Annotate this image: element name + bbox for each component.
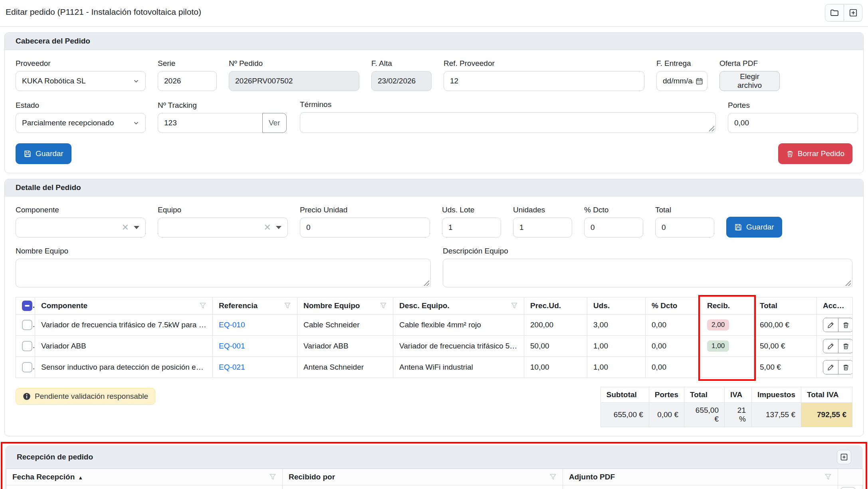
row-checkbox[interactable]: [22, 341, 32, 351]
col-fecha-recepcion[interactable]: Fecha Recepción: [12, 473, 75, 481]
filter-icon[interactable]: [199, 302, 206, 309]
portes-label: Portes: [728, 101, 858, 110]
tracking-input[interactable]: [158, 113, 262, 133]
chevron-down-icon: [133, 78, 139, 84]
terminos-textarea[interactable]: [300, 112, 716, 133]
recepcion-table: Fecha Recepción▲ Recibido por Adjunto PD…: [6, 469, 863, 489]
descripcion-equipo-textarea[interactable]: [443, 259, 852, 287]
ver-tracking-button[interactable]: Ver: [262, 113, 287, 133]
delete-row-button[interactable]: [838, 339, 853, 353]
referencia-link[interactable]: EQ-010: [219, 321, 245, 329]
delete-row-button[interactable]: [838, 360, 853, 374]
unidades-label: Unidades: [513, 205, 572, 215]
portes-header: Portes: [649, 387, 684, 403]
portes-input[interactable]: [728, 113, 858, 133]
annotation-box-recepcion: Recepción de pedido Fecha Recepción▲: [1, 442, 867, 489]
edit-row-button[interactable]: [823, 360, 838, 374]
total-value: 655,00 €: [684, 403, 724, 427]
filter-icon[interactable]: [511, 302, 518, 309]
total-header: Total: [684, 387, 724, 403]
equipo-label: Equipo: [158, 205, 288, 215]
recepcion-title: Recepción de pedido: [17, 453, 93, 461]
delete-row-button[interactable]: [838, 318, 853, 332]
items-table-wrap: Componente Referencia Nombre Equipo Desc…: [16, 297, 852, 378]
recepcion-header: Recepción de pedido: [6, 446, 862, 469]
trash-icon: [786, 150, 794, 158]
folder-icon: [830, 8, 839, 17]
unidades-input[interactable]: [513, 218, 572, 238]
equipo-combo[interactable]: ✕: [158, 218, 288, 238]
oferta-label: Oferta PDF: [719, 59, 780, 68]
uds-lote-input[interactable]: [442, 218, 501, 238]
subtotal-header: Subtotal: [600, 387, 649, 403]
estado-select[interactable]: Parcialmente recepcionado: [16, 113, 146, 133]
guardar-linea-button[interactable]: Guardar: [726, 217, 782, 238]
serie-label: Serie: [158, 59, 217, 68]
open-window-button[interactable]: [825, 4, 844, 21]
pencil-icon: [827, 322, 834, 329]
items-table: Componente Referencia Nombre Equipo Desc…: [16, 297, 853, 378]
col-total: Total: [754, 297, 817, 315]
fecha-entrega-input[interactable]: dd/mm/aaaa: [656, 71, 707, 91]
cabecera-title: Cabecera del Pedido: [16, 37, 90, 46]
elegir-archivo-button[interactable]: Elegir archivo: [719, 71, 780, 91]
clear-icon[interactable]: ✕: [122, 222, 129, 233]
subtotal-value: 655,00 €: [600, 403, 649, 427]
page-title: Editar pedido (P1121 - Instalación fotov…: [6, 4, 201, 17]
componente-combo[interactable]: ✕: [16, 218, 146, 238]
filter-icon[interactable]: [824, 473, 832, 481]
row-actions: [823, 360, 853, 374]
table-row: Variador de frecuencia trifásico de 7.5k…: [16, 315, 853, 336]
col-adjunto-pdf[interactable]: Adjunto PDF: [569, 473, 615, 481]
filter-icon[interactable]: [549, 473, 557, 481]
table-row: Variador ABB EQ-001 Variador ABB Variado…: [16, 336, 853, 357]
componente-label: Componente: [16, 205, 146, 215]
edit-recepcion-button[interactable]: [840, 487, 856, 489]
proveedor-select[interactable]: KUKA Robótica SL: [16, 71, 146, 91]
select-all-checkbox[interactable]: [22, 301, 32, 311]
totaliva-value: 792,55 €: [801, 403, 852, 427]
dcto-label: % Dcto: [584, 205, 643, 215]
borrar-pedido-button[interactable]: Borrar Pedido: [778, 143, 852, 164]
impuestos-header: Impuestos: [751, 387, 801, 403]
precio-unidad-label: Precio Unidad: [300, 205, 430, 215]
serie-input[interactable]: [158, 71, 217, 91]
calendar-icon[interactable]: [696, 77, 703, 85]
total-linea-input[interactable]: [655, 218, 714, 238]
guardar-pedido-button[interactable]: Guardar: [16, 143, 71, 164]
totals-table: Subtotal Portes Total IVA Impuestos Tota…: [600, 387, 852, 427]
row-actions: [823, 318, 853, 332]
filter-icon[interactable]: [269, 473, 276, 481]
dcto-input[interactable]: [584, 218, 643, 238]
estado-label: Estado: [16, 101, 146, 110]
ref-proveedor-input[interactable]: [444, 71, 644, 91]
portes-value: 0,00 €: [649, 403, 684, 427]
clear-icon[interactable]: ✕: [264, 222, 271, 233]
recepcion-row: 05/03/2026 marana@surcontrol.com P1121_A…: [6, 485, 863, 489]
fecha-alta-input: 23/02/2026: [371, 71, 432, 91]
recepcion-card: Recepción de pedido Fecha Recepción▲: [6, 445, 862, 489]
col-referencia: Referencia: [219, 301, 258, 310]
add-recepcion-button[interactable]: [837, 450, 851, 464]
save-icon: [734, 223, 742, 231]
info-icon: [23, 392, 31, 400]
edit-row-button[interactable]: [823, 318, 838, 332]
row-checkbox[interactable]: [22, 362, 32, 372]
estado-value: Parcialmente recepcionado: [22, 119, 114, 127]
referencia-link[interactable]: EQ-001: [219, 342, 245, 350]
col-recibido-por[interactable]: Recibido por: [289, 473, 335, 481]
iva-header: IVA: [724, 387, 751, 403]
expand-window-button[interactable]: [844, 4, 862, 21]
row-checkbox[interactable]: [22, 320, 32, 330]
precio-unidad-input[interactable]: [300, 218, 430, 238]
descripcion-equipo-label: Descripción Equipo: [443, 246, 852, 256]
save-icon: [24, 150, 32, 158]
terminos-label: Términos: [300, 100, 716, 109]
edit-row-button[interactable]: [823, 339, 838, 353]
referencia-link[interactable]: EQ-021: [219, 363, 245, 371]
filter-icon[interactable]: [284, 302, 291, 309]
filter-icon[interactable]: [380, 302, 387, 309]
nombre-equipo-textarea[interactable]: [16, 259, 431, 287]
pencil-icon: [827, 343, 834, 350]
totaliva-header: Total IVA: [801, 387, 852, 403]
